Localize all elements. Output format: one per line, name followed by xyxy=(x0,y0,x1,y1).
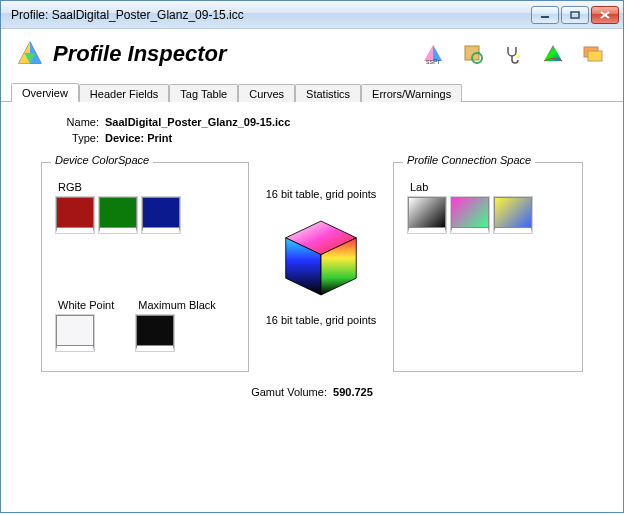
device-group-title: Device ColorSpace xyxy=(51,154,153,166)
tab-bar: Overview Header Fields Tag Table Curves … xyxy=(1,79,623,102)
name-value: SaalDigital_Poster_Glanz_09-15.icc xyxy=(105,116,290,128)
swatch-maxblack[interactable] xyxy=(136,315,174,351)
swatch-whitepoint[interactable] xyxy=(56,315,94,351)
lab-swatches xyxy=(408,197,568,233)
toolbar-refresh-button[interactable] xyxy=(457,38,489,70)
tab-errors[interactable]: Errors/Warnings xyxy=(361,84,462,102)
swatch-green[interactable] xyxy=(99,197,137,233)
device-colorspace-group: Device ColorSpace RGB White Point xyxy=(41,162,249,372)
tab-label: Header Fields xyxy=(90,88,158,100)
toolbar: ssPr xyxy=(417,38,609,70)
app-header: Profile Inspector ssPr xyxy=(1,29,623,79)
name-label: Name: xyxy=(41,116,99,128)
swatch-lab-b[interactable] xyxy=(494,197,532,233)
tab-header-fields[interactable]: Header Fields xyxy=(79,84,169,102)
app-title: Profile Inspector xyxy=(53,41,417,67)
pcs-group-title: Profile Connection Space xyxy=(403,154,535,166)
toolbar-compare-button[interactable] xyxy=(577,38,609,70)
swatch-lab-l[interactable] xyxy=(408,197,446,233)
gamut-label: Gamut Volume: xyxy=(251,386,327,398)
gamut-value: 590.725 xyxy=(333,386,373,398)
toolbar-diagnose-button[interactable] xyxy=(497,38,529,70)
tab-label: Curves xyxy=(249,88,284,100)
titlebar: Profile: SaalDigital_Poster_Glanz_09-15.… xyxy=(1,1,623,29)
close-button[interactable] xyxy=(591,6,619,24)
svg-rect-1 xyxy=(571,12,579,18)
swatch-lab-a[interactable] xyxy=(451,197,489,233)
window: Profile: SaalDigital_Poster_Glanz_09-15.… xyxy=(0,0,624,513)
swatch-red[interactable] xyxy=(56,197,94,233)
pcs-group: Profile Connection Space Lab xyxy=(393,162,583,372)
swatch-blue[interactable] xyxy=(142,197,180,233)
device-primary-label: RGB xyxy=(58,181,234,193)
pcs-primary-label: Lab xyxy=(410,181,568,193)
window-buttons xyxy=(531,6,619,24)
svg-text:ssPr: ssPr xyxy=(426,58,441,65)
type-value: Device: Print xyxy=(105,132,172,144)
overview-panel: Name: SaalDigital_Poster_Glanz_09-15.icc… xyxy=(1,102,623,402)
panels-row: Device ColorSpace RGB White Point xyxy=(41,162,583,372)
tab-label: Statistics xyxy=(306,88,350,100)
svg-point-13 xyxy=(516,54,520,58)
maximize-button[interactable] xyxy=(561,6,589,24)
tab-label: Errors/Warnings xyxy=(372,88,451,100)
a2b-label: 16 bit table, grid points xyxy=(266,188,377,200)
tab-tag-table[interactable]: Tag Table xyxy=(169,84,238,102)
minimize-button[interactable] xyxy=(531,6,559,24)
toolbar-gamut-button[interactable] xyxy=(537,38,569,70)
whitepoint-label: White Point xyxy=(58,299,114,311)
gamut-volume-row: Gamut Volume: 590.725 xyxy=(41,386,583,398)
svg-rect-16 xyxy=(588,51,602,61)
tab-overview[interactable]: Overview xyxy=(11,83,79,102)
b2a-label: 16 bit table, grid points xyxy=(266,314,377,326)
app-logo-icon xyxy=(15,39,45,69)
profile-type-row: Type: Device: Print xyxy=(41,132,583,144)
lut-center-column: 16 bit table, grid points xyxy=(249,162,393,332)
tab-curves[interactable]: Curves xyxy=(238,84,295,102)
type-label: Type: xyxy=(41,132,99,144)
tab-label: Tag Table xyxy=(180,88,227,100)
maxblack-label: Maximum Black xyxy=(138,299,216,311)
profile-name-row: Name: SaalDigital_Poster_Glanz_09-15.icc xyxy=(41,116,583,128)
tab-statistics[interactable]: Statistics xyxy=(295,84,361,102)
window-title: Profile: SaalDigital_Poster_Glanz_09-15.… xyxy=(9,8,531,22)
rgb-swatches xyxy=(56,197,234,233)
tab-label: Overview xyxy=(22,87,68,99)
toolbar-open-profile-button[interactable]: ssPr xyxy=(417,38,449,70)
lut-cube-icon xyxy=(279,216,363,302)
